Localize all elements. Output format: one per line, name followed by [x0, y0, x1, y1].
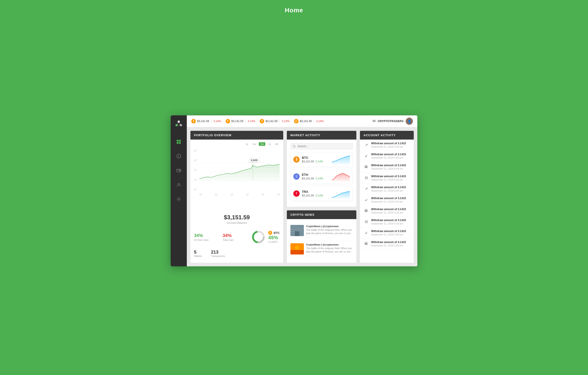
wallets-stat: 5 Wallets: [194, 250, 202, 257]
sidebar-item-user[interactable]: [175, 181, 183, 189]
y-labels: 12 12 12 12 12: [194, 149, 199, 191]
portfolio-chart: [199, 149, 280, 190]
activity-icon-9: 🏛: [364, 241, 369, 246]
market-coin-btc: ₿ BTC $3,141.59 3.14%: [290, 152, 353, 167]
sidebar-item-wallet[interactable]: [175, 166, 183, 174]
news-content-1: CryptoNews | @cryptonews The battle of t…: [306, 225, 353, 239]
account-header: ACCOUNT ACTIVITY: [360, 131, 414, 140]
chart-btn-1y[interactable]: 1y: [267, 142, 273, 146]
chart-wrapper: 12 12 12 12 12: [194, 148, 280, 193]
transactions-label: Transactions: [211, 255, 225, 257]
sidebar-item-info[interactable]: i: [175, 152, 183, 160]
donut-section: ₿ BTC 45% 3.12BTC: [251, 230, 280, 244]
activity-text-0: Withdraw amount of 3.1415 September 21, …: [371, 142, 410, 148]
market-panel: MARKET ACTIVITY ₿: [287, 131, 356, 207]
svg-rect-7: [179, 140, 181, 142]
svg-line-4: [179, 122, 181, 125]
svg-rect-31: [295, 231, 299, 236]
app-logo: [174, 119, 184, 129]
news-source-2: CryptoNews | @cryptonews: [306, 243, 353, 246]
main-content: ₿ $3,141.59 | 3.14% ₿ $3,141.59 | 3.14% …: [187, 115, 417, 266]
activity-text-6: Withdraw amount of 3.1415 September 21, …: [371, 208, 410, 214]
ticker-change-2: 3.14%: [248, 120, 255, 123]
activity-icon-5: ↙: [364, 197, 369, 203]
market-header: MARKET ACTIVITY: [287, 131, 356, 140]
activity-item-9: 🏛 Withdraw amount of 3.1415 September 21…: [360, 238, 414, 249]
chart-btn-all[interactable]: All: [274, 142, 280, 146]
news-text-1: The battle of the redgrass field. When y…: [306, 228, 353, 239]
total-gain-label: Total Gain: [223, 239, 246, 241]
x-labels: 12 12 12 12 12 12: [194, 193, 280, 196]
chart-btn-1w[interactable]: 1w: [251, 142, 257, 146]
ticker-change-1: 3.14%: [213, 120, 221, 123]
trx-coin-icon: T: [293, 190, 300, 197]
btc-icon-2: ₿: [226, 119, 230, 123]
market-search-bar[interactable]: [290, 143, 353, 149]
activity-time-7: September 21, 2018 5:04 pm: [371, 222, 410, 225]
activity-icon-4: ↗: [364, 186, 369, 192]
svg-line-3: [177, 122, 179, 125]
chart-btn-1y-first[interactable]: 1y: [244, 142, 250, 146]
activity-title-1: Withdraw amount of 3.1415: [371, 153, 410, 156]
activity-title-4: Withdraw amount of 3.1415: [371, 186, 410, 189]
ticker-btc-4: ₿ $3,141.59 | 3.14%: [294, 119, 324, 123]
activity-title-0: Withdraw amount of 3.1415: [371, 142, 410, 145]
activity-text-3: Withdraw amount of 3.1415 September 21, …: [371, 175, 410, 181]
donut-amount: 3.12BTC: [268, 241, 280, 243]
activity-text-2: Withdraw amount of 3.1415 September 21, …: [371, 164, 410, 170]
eth-mini-chart: [332, 172, 350, 182]
activity-time-4: September 21, 2018 5:04 pm: [371, 189, 410, 192]
activity-text-8: Withdraw amount of 3.1415 September 21, …: [371, 230, 410, 236]
btc-coin-price: $3,141.59 3.14%: [302, 160, 330, 163]
gain-24h-value: 34%: [194, 233, 217, 238]
trx-coin-name: TRX: [302, 190, 330, 193]
activity-title-8: Withdraw amount of 3.1415: [371, 230, 410, 233]
sidebar-item-settings[interactable]: [175, 195, 183, 203]
eth-coin-info: ETH $3,141.59 3.14%: [302, 173, 330, 180]
stats-row: 34% 24 Hour Gain 34% Total Gain: [194, 230, 280, 244]
svg-rect-9: [179, 142, 181, 144]
activity-title-7: Withdraw amount of 3.1415: [371, 219, 410, 222]
news-img-2: [290, 243, 304, 254]
news-img-1: [290, 225, 304, 236]
ticker-price-1: $3,141.59: [197, 120, 209, 123]
svg-point-16: [178, 198, 179, 200]
topbar-right: ✉ CRYPTOTRADER3 👤: [372, 118, 413, 125]
btc-icon-4: ₿: [294, 119, 298, 123]
activity-list: ↗ Withdraw amount of 3.1415 September 21…: [360, 140, 414, 249]
activity-text-9: Withdraw amount of 3.1415 September 21, …: [371, 241, 410, 247]
total-gain-stat: 34% Total Gain: [223, 233, 246, 241]
eth-coin-price: $3,141.59 3.14%: [302, 177, 330, 180]
activity-item-7: ⊟ Withdraw amount of 3.1415 September 21…: [360, 216, 414, 227]
chart-btn-3m[interactable]: 3m: [259, 142, 265, 146]
activity-text-5: Withdraw amount of 3.1415 September 21, …: [371, 197, 410, 203]
svg-point-34: [295, 245, 299, 250]
svg-rect-13: [179, 170, 180, 171]
activity-icon-0: ↗: [364, 142, 369, 148]
activity-text-7: Withdraw amount of 3.1415 September 21, …: [371, 219, 410, 225]
activity-time-0: September 21, 2018 5:04 pm: [371, 145, 410, 148]
donut-chart: [251, 230, 265, 244]
ticker-price-2: $3,141.59: [231, 120, 243, 123]
sidebar: i: [171, 115, 187, 266]
balance-label: Account Balance: [194, 221, 280, 224]
news-source-1: CryptoNews | @cryptonews: [306, 225, 353, 228]
ticker-price-4: $3,141.59: [300, 120, 312, 123]
balance-section: $3,151.59 Account Balance: [194, 212, 280, 226]
svg-line-27: [295, 147, 295, 147]
dashboard: PORTFOLIO OVERVIEW 1y 1w 3m 1y All 12 12: [187, 127, 417, 266]
gain-24h-label: 24 Hour Gain: [194, 239, 217, 241]
market-body: ₿ BTC $3,141.59 3.14%: [287, 140, 356, 207]
chart-controls: 1y 1w 3m 1y All: [194, 142, 280, 146]
trx-coin-price: $3,141.59 3.14%: [302, 194, 330, 197]
sidebar-item-dashboard[interactable]: [175, 138, 183, 146]
crypto-news-panel: CRYPTO NEWS: [287, 210, 356, 263]
btc-mini-chart: [332, 155, 350, 164]
activity-text-4: Withdraw amount of 3.1415 September 21, …: [371, 186, 410, 192]
portfolio-header: PORTFOLIO OVERVIEW: [190, 131, 283, 140]
market-search-input[interactable]: [298, 145, 350, 148]
market-coin-trx: T TRX $3,141.59 3.14%: [290, 186, 353, 201]
btc-icon-1: ₿: [191, 119, 196, 123]
activity-item-5: ↙ Withdraw amount of 3.1415 September 21…: [360, 194, 414, 205]
activity-item-8: ↙ Withdraw amount of 3.1415 September 21…: [360, 227, 414, 238]
